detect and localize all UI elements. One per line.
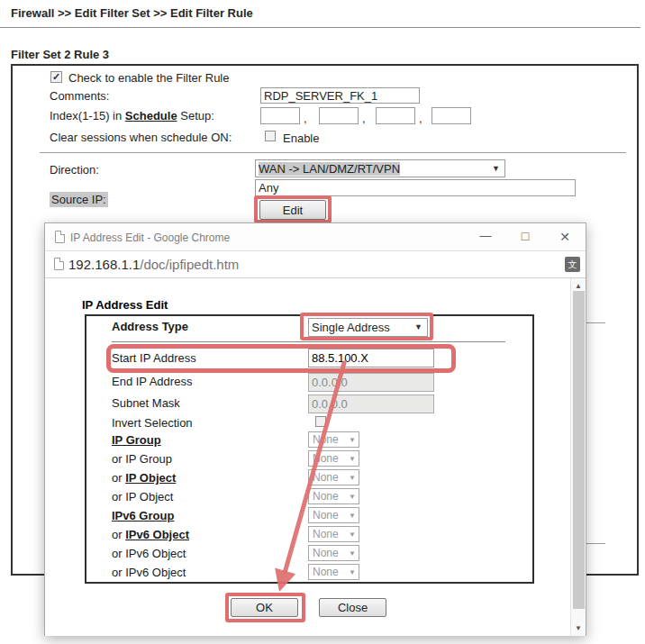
close-button[interactable]: ✕ xyxy=(551,223,578,250)
or-ip-group-label: or IP Group xyxy=(112,452,172,466)
clear-sessions-enable-label: Enable xyxy=(283,132,319,145)
comments-label: Comments: xyxy=(50,89,109,103)
ip-group-label: IP Group xyxy=(112,433,161,447)
chevron-down-icon: ▼ xyxy=(349,568,356,576)
schedule-index-label: Index(1-15) in Schedule Setup: xyxy=(50,109,214,122)
url-text: 192.168.1.1/doc/ipfipedt.htm xyxy=(68,257,239,272)
chevron-down-icon: ▼ xyxy=(349,512,356,520)
chevron-down-icon: ▼ xyxy=(492,164,500,173)
address-bar[interactable]: 192.168.1.1/doc/ipfipedt.htm 文 xyxy=(45,251,586,278)
comma-separator: , xyxy=(362,112,366,125)
start-ip-highlight-box xyxy=(106,344,456,373)
url-host: 192.168.1.1 xyxy=(68,257,140,272)
ok-highlight-box xyxy=(225,593,305,622)
or-ipv6-object2-label: or IPv6 Object xyxy=(112,547,186,560)
clear-sessions-label: Clear sessions when schedule ON: xyxy=(50,131,232,144)
breadcrumb: Firewall >> Edit Filter Set >> Edit Filt… xyxy=(11,6,253,20)
or-ip-group-select[interactable]: None▼ xyxy=(308,450,359,467)
ip-object-link[interactable]: IP Object xyxy=(125,471,176,485)
index-label-prefix: Index(1-15) in xyxy=(50,109,122,122)
direction-label: Direction: xyxy=(50,163,99,177)
or-ip-object2-select[interactable]: None▼ xyxy=(308,488,359,504)
chevron-down-icon: ▼ xyxy=(349,474,356,482)
address-type-label: Address Type xyxy=(112,320,188,333)
index-label-suffix: Setup: xyxy=(180,109,214,122)
address-type-highlight-box xyxy=(300,313,433,340)
or-ipv6-object3-label: or IPv6 Object xyxy=(112,566,186,579)
window-title: IP Address Edit - Google Chrome xyxy=(70,231,230,244)
url-path: /doc/ipfipedt.htm xyxy=(140,257,239,272)
popup-scrollbar[interactable]: ▲ ▼ xyxy=(570,278,586,636)
ipv6-group-label: IPv6 Group xyxy=(112,509,174,522)
ipv6-object-link[interactable]: IPv6 Object xyxy=(125,528,189,541)
enable-filter-rule-checkbox[interactable]: ✓ xyxy=(50,71,62,83)
comments-input[interactable] xyxy=(260,87,420,104)
scrollbar-thumb[interactable] xyxy=(573,291,585,609)
form-divider xyxy=(40,152,626,153)
minimize-button[interactable]: — xyxy=(472,223,499,250)
scroll-up-icon[interactable]: ▲ xyxy=(571,282,586,290)
source-ip-label: Source IP: xyxy=(50,192,108,207)
schedule-link[interactable]: Schedule xyxy=(125,109,177,122)
ip-group-select[interactable]: None▼ xyxy=(308,431,359,448)
popup-heading: IP Address Edit xyxy=(82,298,168,312)
direction-value: WAN -> LAN/DMZ/RT/VPN xyxy=(259,162,400,176)
ipv6-group-select[interactable]: None▼ xyxy=(308,507,359,523)
clear-sessions-checkbox[interactable] xyxy=(265,131,276,141)
schedule-index-input-1[interactable] xyxy=(260,107,300,124)
document-icon xyxy=(55,231,65,243)
subnet-mask-label: Subnet Mask xyxy=(112,396,180,410)
ipv6-group-link[interactable]: IPv6 Group xyxy=(112,509,174,522)
subnet-mask-input xyxy=(308,395,434,413)
schedule-index-input-3[interactable] xyxy=(376,107,415,124)
chevron-down-icon: ▼ xyxy=(349,455,356,463)
window-titlebar[interactable]: IP Address Edit - Google Chrome — □ ✕ xyxy=(45,223,586,251)
invert-selection-label: Invert Selection xyxy=(112,416,193,430)
comma-separator: , xyxy=(419,112,422,125)
or-ipv6-object-label: or IPv6 Object xyxy=(112,528,189,541)
page-title: Filter Set 2 Rule 3 xyxy=(11,48,109,61)
chevron-down-icon: ▼ xyxy=(349,549,356,558)
or-ip-object-label: or IP Object xyxy=(112,471,176,485)
end-ip-input xyxy=(308,373,434,392)
table-divider xyxy=(112,341,505,342)
direction-select[interactable]: WAN -> LAN/DMZ/RT/VPN ▼ xyxy=(255,159,505,177)
end-ip-label: End IP Address xyxy=(112,375,192,388)
translate-icon[interactable]: 文 xyxy=(565,257,580,272)
or-ipv6-object2-select[interactable]: None▼ xyxy=(308,545,359,561)
chevron-down-icon: ▼ xyxy=(349,493,356,501)
scroll-down-icon[interactable]: ▼ xyxy=(571,624,586,632)
schedule-index-input-2[interactable] xyxy=(319,107,359,124)
maximize-button[interactable]: □ xyxy=(512,223,539,250)
ip-group-link[interactable]: IP Group xyxy=(112,433,161,447)
or-ip-object-select[interactable]: None▼ xyxy=(308,469,359,485)
comma-separator: , xyxy=(304,112,307,125)
or-ipv6-object-select[interactable]: None▼ xyxy=(308,526,359,542)
enable-filter-rule-label: Check to enable the Filter Rule xyxy=(68,71,229,85)
chevron-down-icon: ▼ xyxy=(349,531,356,539)
schedule-index-input-4[interactable] xyxy=(432,107,471,124)
edit-highlight-box xyxy=(254,195,332,223)
check-icon: ✓ xyxy=(52,71,60,82)
header-divider xyxy=(0,27,640,28)
page-icon xyxy=(54,258,64,270)
invert-selection-checkbox[interactable] xyxy=(315,416,326,427)
close-dialog-button[interactable]: Close xyxy=(319,598,386,617)
or-ipv6-object3-select[interactable]: None▼ xyxy=(308,564,359,580)
ip-address-edit-window: IP Address Edit - Google Chrome — □ ✕ 19… xyxy=(44,222,586,636)
source-ip-input[interactable] xyxy=(255,179,576,196)
or-ip-object2-label: or IP Object xyxy=(112,490,173,503)
chevron-down-icon: ▼ xyxy=(349,436,356,444)
